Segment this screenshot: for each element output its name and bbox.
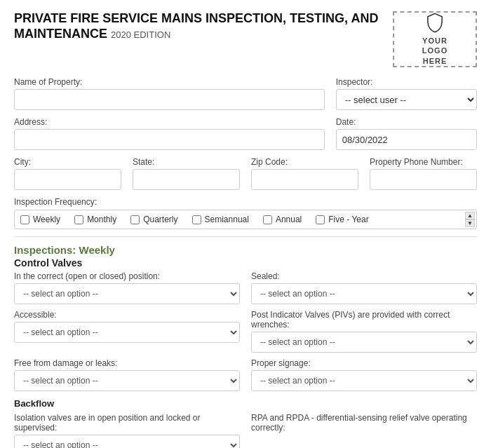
backflow-rpda-label: RPA and RPDA - differential-sensing reli… bbox=[251, 413, 477, 433]
shield-icon bbox=[424, 13, 446, 33]
cv-damage-group: Free from damage or leaks: -- select an … bbox=[14, 358, 240, 391]
freq-scroll-wrapper: Weekly Monthly Quarterly Semiannual bbox=[14, 210, 477, 229]
logo-placeholder: YOUR LOGO HERE bbox=[393, 11, 477, 67]
freq-weekly-checkbox[interactable] bbox=[20, 215, 29, 224]
cv-sealed-group: Sealed: -- select an option -- bbox=[251, 271, 477, 304]
weekly-label: Inspections: Weekly bbox=[14, 244, 477, 256]
cv-correct-position-label: In the correct (open or closed) position… bbox=[14, 271, 240, 281]
cv-row-2: Accessible: -- select an option -- Post … bbox=[14, 310, 477, 353]
control-valves-title: Control Valves bbox=[14, 257, 477, 269]
freq-quarterly[interactable]: Quarterly bbox=[130, 215, 177, 224]
scroll-down-arrow[interactable]: ▼ bbox=[465, 219, 475, 227]
backflow-isolation-select[interactable]: -- select an option -- bbox=[14, 435, 240, 448]
cv-row-1: In the correct (open or closed) position… bbox=[14, 271, 477, 304]
edition-label: 2020 Edition bbox=[111, 29, 170, 40]
page-title: PRIVATE FIRE SERVICE MAINS INSPECTION, T… bbox=[14, 11, 393, 41]
zip-input[interactable] bbox=[251, 169, 358, 190]
cv-accessible-select[interactable]: -- select an option -- bbox=[14, 322, 240, 343]
backflow-rpda-group: RPA and RPDA - differential-sensing reli… bbox=[251, 413, 477, 448]
cv-signage-label: Proper signage: bbox=[251, 358, 477, 368]
logo-text: YOUR LOGO HERE bbox=[422, 36, 448, 66]
name-of-property-input[interactable] bbox=[14, 89, 325, 110]
cv-piv-select[interactable]: -- select an option -- bbox=[251, 332, 477, 353]
divider bbox=[14, 236, 477, 237]
cv-row-3: Free from damage or leaks: -- select an … bbox=[14, 358, 477, 391]
state-label: State: bbox=[133, 157, 240, 167]
freq-monthly-checkbox[interactable] bbox=[74, 215, 83, 224]
zip-group: Zip Code: bbox=[251, 157, 358, 190]
form-section: Name of Property: Inspector: -- select u… bbox=[14, 77, 477, 229]
cv-correct-position-select[interactable]: -- select an option -- bbox=[14, 283, 240, 304]
freq-semiannual-checkbox[interactable] bbox=[192, 215, 201, 224]
title-block: PRIVATE FIRE SERVICE MAINS INSPECTION, T… bbox=[14, 11, 393, 41]
inspector-group: Inspector: -- select user -- bbox=[336, 77, 477, 110]
inspections-header: Inspections: Weekly Control Valves bbox=[14, 244, 477, 269]
address-group: Address: bbox=[14, 117, 325, 150]
row-property-inspector: Name of Property: Inspector: -- select u… bbox=[14, 77, 477, 110]
cv-signage-group: Proper signage: -- select an option -- bbox=[251, 358, 477, 391]
cv-accessible-label: Accessible: bbox=[14, 310, 240, 320]
backflow-isolation-label: Isolation valves are in open position an… bbox=[14, 413, 240, 433]
cv-damage-select[interactable]: -- select an option -- bbox=[14, 370, 240, 391]
cv-piv-group: Post Indicator Valves (PIVs) are provide… bbox=[251, 310, 477, 353]
address-label: Address: bbox=[14, 117, 325, 127]
phone-input[interactable] bbox=[370, 169, 477, 190]
header: PRIVATE FIRE SERVICE MAINS INSPECTION, T… bbox=[14, 11, 477, 67]
backflow-title: Backflow bbox=[14, 398, 477, 409]
inspector-label: Inspector: bbox=[336, 77, 477, 87]
inspector-select[interactable]: -- select user -- bbox=[336, 89, 477, 110]
freq-annual[interactable]: Annual bbox=[263, 215, 302, 224]
inspection-frequency-row: Inspection Frequency: Weekly Monthly Qua… bbox=[14, 197, 477, 229]
date-group: Date: bbox=[336, 117, 477, 150]
state-group: State: bbox=[133, 157, 240, 190]
cv-accessible-group: Accessible: -- select an option -- bbox=[14, 310, 240, 353]
freq-options: Weekly Monthly Quarterly Semiannual bbox=[20, 215, 369, 224]
cv-sealed-select[interactable]: -- select an option -- bbox=[251, 283, 477, 304]
cv-correct-position-group: In the correct (open or closed) position… bbox=[14, 271, 240, 304]
date-input[interactable] bbox=[336, 129, 477, 150]
row-city-state-zip-phone: City: State: Zip Code: Property Phone Nu… bbox=[14, 157, 477, 190]
scroll-arrows: ▲ ▼ bbox=[465, 212, 475, 227]
freq-label: Inspection Frequency: bbox=[14, 197, 477, 207]
city-label: City: bbox=[14, 157, 121, 167]
date-label: Date: bbox=[336, 117, 477, 127]
freq-annual-checkbox[interactable] bbox=[263, 215, 272, 224]
phone-group: Property Phone Number: bbox=[370, 157, 477, 190]
backflow-row-1: Isolation valves are in open position an… bbox=[14, 413, 477, 448]
freq-quarterly-checkbox[interactable] bbox=[130, 215, 140, 224]
cv-signage-select[interactable]: -- select an option -- bbox=[251, 370, 477, 391]
scroll-up-arrow[interactable]: ▲ bbox=[465, 212, 475, 219]
row-address-date: Address: Date: bbox=[14, 117, 477, 150]
freq-weekly[interactable]: Weekly bbox=[20, 215, 60, 224]
cv-sealed-label: Sealed: bbox=[251, 271, 477, 281]
address-input[interactable] bbox=[14, 129, 325, 150]
name-of-property-group: Name of Property: bbox=[14, 77, 325, 110]
name-of-property-label: Name of Property: bbox=[14, 77, 325, 87]
phone-label: Property Phone Number: bbox=[370, 157, 477, 167]
city-group: City: bbox=[14, 157, 121, 190]
cv-damage-label: Free from damage or leaks: bbox=[14, 358, 240, 368]
cv-piv-label: Post Indicator Valves (PIVs) are provide… bbox=[251, 310, 477, 330]
freq-monthly[interactable]: Monthly bbox=[74, 215, 116, 224]
freq-five-year-checkbox[interactable] bbox=[316, 215, 325, 224]
backflow-isolation-group: Isolation valves are in open position an… bbox=[14, 413, 240, 448]
state-input[interactable] bbox=[133, 169, 240, 190]
city-input[interactable] bbox=[14, 169, 121, 190]
page-container: PRIVATE FIRE SERVICE MAINS INSPECTION, T… bbox=[0, 0, 491, 448]
zip-label: Zip Code: bbox=[251, 157, 358, 167]
freq-five-year[interactable]: Five - Year bbox=[316, 215, 368, 224]
freq-semiannual[interactable]: Semiannual bbox=[192, 215, 249, 224]
